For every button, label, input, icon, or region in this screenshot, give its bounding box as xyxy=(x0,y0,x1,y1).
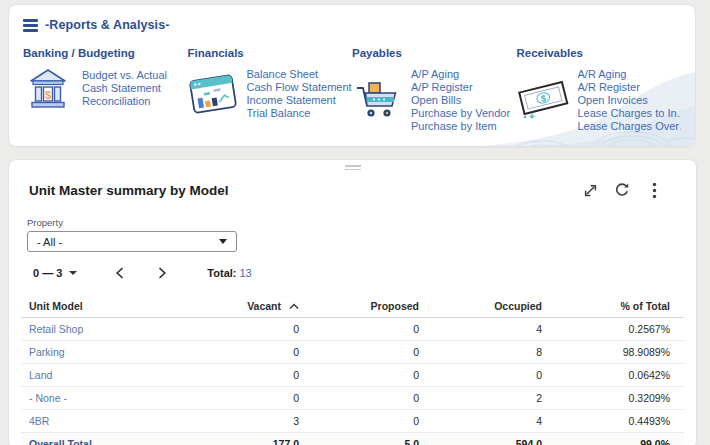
cell-vacant: 0 xyxy=(196,364,313,387)
cell-occupied: 0 xyxy=(433,364,556,387)
menu-button[interactable] xyxy=(23,17,38,34)
property-select-value: - All - xyxy=(37,236,62,248)
report-link[interactable]: Lease Charges Over… xyxy=(578,120,682,133)
category-banking-budgeting: Banking / Budgeting $ Budget vs. Actual xyxy=(23,47,188,134)
kebab-menu-icon xyxy=(652,182,657,199)
total-vacant: 177.0 xyxy=(196,433,313,445)
unit-model-link[interactable]: - None - xyxy=(29,392,67,404)
cell-occupied: 4 xyxy=(433,410,556,433)
shopping-cart-icon xyxy=(352,79,402,123)
col-header-occupied[interactable]: Occupied xyxy=(433,295,556,318)
cell-pct: 0.4493% xyxy=(556,410,684,433)
hamburger-icon xyxy=(23,19,38,22)
reports-panel-title: -Reports & Analysis- xyxy=(45,18,169,32)
bank-icon: $ xyxy=(23,68,73,110)
table-row: - None - 0 0 2 0.3209% xyxy=(21,387,684,410)
category-financials: Financials xyxy=(188,47,353,134)
kebab-menu-button[interactable] xyxy=(644,180,664,200)
caret-down-icon xyxy=(219,239,227,244)
unit-summary-table: Unit Model Vacant Proposed Occupied % of… xyxy=(21,295,684,445)
overall-total-label: Overall Total xyxy=(21,433,196,445)
cell-vacant: 3 xyxy=(196,410,313,433)
report-link[interactable]: A/R Aging xyxy=(578,68,682,81)
total-occupied: 594.0 xyxy=(433,433,556,445)
report-link[interactable]: A/P Register xyxy=(411,81,510,94)
reports-panel: -Reports & Analysis- Banking / Budgeting… xyxy=(8,4,696,147)
report-link[interactable]: Income Statement xyxy=(247,94,352,107)
cell-proposed: 0 xyxy=(313,387,433,410)
prev-page-button[interactable] xyxy=(111,265,128,281)
col-header-vacant[interactable]: Vacant xyxy=(196,295,313,318)
col-header-proposed[interactable]: Proposed xyxy=(313,295,433,318)
category-title: Banking / Budgeting xyxy=(23,47,188,59)
table-header-row: Unit Model Vacant Proposed Occupied % of… xyxy=(21,295,684,318)
report-link[interactable]: Cash Statement xyxy=(82,82,167,95)
report-link[interactable]: Open Bills xyxy=(411,94,510,107)
chevron-right-icon xyxy=(158,267,167,279)
caret-down-icon xyxy=(69,271,77,275)
report-link[interactable]: Lease Charges to In… xyxy=(578,107,682,120)
cell-occupied: 2 xyxy=(433,387,556,410)
col-header-pct-of-total[interactable]: % of Total xyxy=(556,295,684,318)
report-link[interactable]: Purchase by Vendor xyxy=(411,107,510,120)
report-link[interactable]: Balance Sheet xyxy=(247,68,352,81)
cell-vacant: 0 xyxy=(196,341,313,364)
report-link[interactable]: A/P Aging xyxy=(411,68,510,81)
cell-pct: 0.0642% xyxy=(556,364,684,387)
cell-vacant: 0 xyxy=(196,387,313,410)
sort-ascending-icon xyxy=(289,303,299,310)
table-row: 4BR 3 0 4 0.4493% xyxy=(21,410,684,433)
total-proposed: 5.0 xyxy=(313,433,433,445)
overall-total-row: Overall Total 177.0 5.0 594.0 99.0% xyxy=(21,433,684,445)
table-row: Parking 0 0 8 98.9089% xyxy=(21,341,684,364)
report-link[interactable]: Budget vs. Actual xyxy=(82,69,167,82)
col-header-unit-model[interactable]: Unit Model xyxy=(21,295,196,318)
cell-proposed: 0 xyxy=(313,318,433,341)
category-receivables: Receivables $ A/R Aging xyxy=(517,47,682,134)
unit-model-link[interactable]: Retail Shop xyxy=(29,323,83,335)
expand-icon xyxy=(583,183,598,198)
unit-model-link[interactable]: Land xyxy=(29,369,52,381)
refresh-button[interactable] xyxy=(612,180,632,200)
cell-proposed: 0 xyxy=(313,364,433,387)
report-link[interactable]: Purchase by Item xyxy=(411,120,510,133)
next-page-button[interactable] xyxy=(154,265,171,281)
cell-pct: 0.3209% xyxy=(556,387,684,410)
report-link[interactable]: Reconciliation xyxy=(82,95,167,108)
drag-handle[interactable] xyxy=(345,165,361,170)
property-select[interactable]: - All - xyxy=(27,231,237,252)
banknote-icon: $ xyxy=(517,79,569,123)
cell-pct: 0.2567% xyxy=(556,318,684,341)
chart-window-icon xyxy=(188,70,238,118)
expand-button[interactable] xyxy=(580,180,600,200)
cell-proposed: 0 xyxy=(313,410,433,433)
refresh-icon xyxy=(614,182,630,198)
cell-occupied: 4 xyxy=(433,318,556,341)
report-link[interactable]: Cash Flow Statement xyxy=(247,81,352,94)
unit-model-link[interactable]: Parking xyxy=(29,346,65,358)
unit-model-link[interactable]: 4BR xyxy=(29,415,49,427)
category-title: Receivables xyxy=(517,47,682,59)
report-link[interactable]: Trial Balance xyxy=(247,107,352,120)
page-range-selector[interactable]: 0 — 3 xyxy=(33,267,77,279)
category-title: Payables xyxy=(352,47,517,59)
property-label: Property xyxy=(27,217,684,228)
report-link[interactable]: Open Invoices xyxy=(578,94,682,107)
total-count: Total:13 xyxy=(207,267,251,279)
panel-title: Unit Master summary by Model xyxy=(29,183,229,198)
page-range-value: 0 — 3 xyxy=(33,267,62,279)
cell-proposed: 0 xyxy=(313,341,433,364)
total-pct: 99.0% xyxy=(556,433,684,445)
report-link[interactable]: A/R Register xyxy=(578,81,682,94)
unit-summary-panel: Unit Master summary by Model Property xyxy=(8,159,697,445)
category-payables: Payables A/P Aging A/P Register xyxy=(352,47,517,134)
cell-vacant: 0 xyxy=(196,318,313,341)
cell-occupied: 8 xyxy=(433,341,556,364)
chevron-left-icon xyxy=(115,267,124,279)
svg-text:$: $ xyxy=(45,88,51,100)
table-row: Retail Shop 0 0 4 0.2567% xyxy=(21,318,684,341)
category-title: Financials xyxy=(188,47,353,59)
table-row: Land 0 0 0 0.0642% xyxy=(21,364,684,387)
cell-pct: 98.9089% xyxy=(556,341,684,364)
